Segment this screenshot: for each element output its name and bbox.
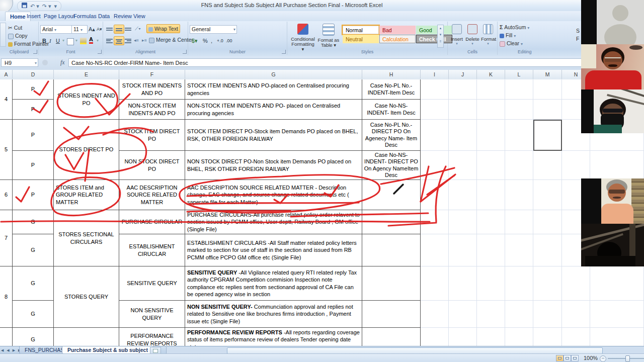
empty-cell[interactable] bbox=[533, 234, 562, 266]
tab-view[interactable]: View bbox=[129, 12, 150, 21]
formula-input[interactable]: Case No-NS-RC Order-FIRM Name- Item Desc bbox=[68, 58, 644, 67]
name-box-dropdown-icon[interactable]: ▾ bbox=[35, 59, 37, 67]
wrap-text-button[interactable]: Wrap Text bbox=[146, 24, 180, 33]
sheet-cell[interactable]: SENSITIVE QUERY -All Vigilance related q… bbox=[185, 266, 362, 301]
cell-style-calculation[interactable]: Calculation bbox=[379, 35, 416, 43]
align-middle-button[interactable] bbox=[114, 25, 124, 34]
align-bottom-button[interactable] bbox=[123, 25, 133, 33]
empty-cell[interactable] bbox=[421, 328, 449, 346]
empty-cell[interactable] bbox=[505, 120, 533, 151]
empty-cell[interactable] bbox=[590, 151, 644, 180]
sheet-cell[interactable]: 5 bbox=[0, 120, 13, 180]
format-cells-button[interactable]: Format ▾ bbox=[481, 24, 495, 46]
empty-cell[interactable] bbox=[477, 100, 505, 120]
sheet-cell[interactable]: P bbox=[13, 79, 54, 100]
empty-cell[interactable] bbox=[421, 120, 449, 151]
insert-function-button[interactable]: fx bbox=[60, 59, 65, 66]
sheet-cell[interactable]: ESTABLISHMENT CIRCULARS -All Staff matte… bbox=[185, 234, 362, 266]
empty-cell[interactable] bbox=[533, 266, 562, 301]
alignment-dialog-launcher[interactable] bbox=[183, 50, 187, 54]
align-left-button[interactable] bbox=[105, 36, 114, 44]
empty-cell[interactable] bbox=[449, 180, 477, 210]
column-header-F[interactable]: F bbox=[119, 70, 185, 79]
empty-cell[interactable] bbox=[449, 79, 477, 100]
number-format-combo[interactable]: General▾ bbox=[190, 25, 237, 34]
empty-cell[interactable] bbox=[505, 234, 533, 266]
sheet-cell[interactable]: STORES DIRECT PO bbox=[54, 120, 119, 180]
empty-cell[interactable] bbox=[421, 210, 449, 234]
sheet-cell[interactable]: Case No-PL No.- INDENT-Item Desc bbox=[362, 79, 421, 100]
font-color-button[interactable]: A bbox=[89, 37, 93, 44]
empty-cell[interactable] bbox=[562, 151, 590, 180]
copy-button[interactable]: Copy bbox=[8, 33, 27, 39]
empty-cell[interactable] bbox=[477, 328, 505, 346]
orientation-button[interactable]: ⟋▾ bbox=[133, 25, 142, 33]
empty-cell[interactable] bbox=[449, 328, 477, 346]
cut-button[interactable]: ✂ Cut bbox=[8, 25, 22, 31]
sheet-cell[interactable]: ESTABLISHMENT CIRUCLAR bbox=[119, 234, 185, 266]
empty-cell[interactable] bbox=[533, 79, 562, 100]
empty-cell[interactable] bbox=[505, 151, 533, 180]
empty-cell[interactable] bbox=[505, 100, 533, 120]
empty-cell[interactable] bbox=[421, 79, 449, 100]
empty-cell[interactable] bbox=[533, 210, 562, 234]
decrease-indent-button[interactable]: ◂≡ bbox=[132, 36, 140, 44]
cell-style-good[interactable]: Good bbox=[416, 26, 452, 34]
cell-style-normal[interactable]: Normal bbox=[343, 26, 379, 34]
bold-button[interactable]: B bbox=[41, 37, 48, 45]
sheet-cell[interactable]: G bbox=[13, 210, 54, 234]
video-tile-2[interactable] bbox=[581, 44, 644, 89]
empty-cell[interactable] bbox=[505, 79, 533, 100]
underline-button[interactable]: U bbox=[54, 37, 61, 45]
empty-cell[interactable] bbox=[477, 180, 505, 210]
sheet-cell[interactable]: NON SENSITIVE QUERY bbox=[119, 301, 185, 328]
empty-cell[interactable] bbox=[505, 328, 533, 346]
sheet-cell[interactable]: Case No-NS- INDENT- DIRECT PO On Agency … bbox=[362, 151, 421, 180]
video-tile-1[interactable] bbox=[581, 0, 644, 44]
sheet-cell[interactable]: P bbox=[13, 180, 54, 210]
empty-cell[interactable] bbox=[477, 210, 505, 234]
empty-cell[interactable] bbox=[449, 120, 477, 151]
clipboard-dialog-launcher[interactable] bbox=[33, 50, 37, 54]
format-as-table-button[interactable]: Format asTable ▾ bbox=[316, 24, 341, 48]
column-header-G[interactable]: G bbox=[185, 70, 362, 79]
gallery-scrollbar[interactable]: ▲▼≡ bbox=[437, 25, 444, 48]
percent-button[interactable]: % bbox=[201, 37, 209, 45]
sheet-cell[interactable]: G bbox=[13, 266, 54, 301]
sheet-cell[interactable]: Case No-NS- INDENT- Item Desc bbox=[362, 100, 421, 120]
selected-cell[interactable] bbox=[533, 120, 562, 151]
sheet-cell[interactable]: NON-STOCK ITEM INDENTS AND PO- placed on… bbox=[185, 100, 362, 120]
sheet-cell[interactable]: AAC DESCRIPTION SOURCE RELATED MATTER - … bbox=[185, 180, 362, 210]
empty-cell[interactable] bbox=[562, 266, 590, 301]
column-header-I[interactable]: I bbox=[421, 70, 449, 79]
empty-cell[interactable] bbox=[505, 210, 533, 234]
empty-cell[interactable] bbox=[449, 100, 477, 120]
sheet-cell[interactable]: 8 bbox=[0, 266, 13, 328]
sheet-cell[interactable]: NON STOCK DIRECT PO-Non Stock item Deman… bbox=[185, 151, 362, 180]
sheet-cell[interactable]: STOCK ITEM DIRECT PO bbox=[119, 120, 185, 151]
paste-button-partial[interactable] bbox=[0, 23, 6, 47]
empty-cell[interactable] bbox=[421, 180, 449, 210]
empty-cell[interactable] bbox=[477, 79, 505, 100]
sheet-cell[interactable]: P bbox=[13, 120, 54, 151]
sheet-cell[interactable]: STORES INDENT AND PO bbox=[54, 79, 119, 120]
cell-style-neutral[interactable]: Neutral bbox=[343, 35, 379, 43]
sheet-cell[interactable]: 6 bbox=[0, 180, 13, 210]
column-header-D[interactable]: D bbox=[13, 70, 54, 79]
empty-cell[interactable] bbox=[421, 301, 449, 328]
increase-decimal-button[interactable]: +.0 bbox=[215, 37, 225, 45]
empty-cell[interactable] bbox=[449, 301, 477, 328]
cell-style-bad[interactable]: Bad bbox=[379, 26, 416, 34]
number-dialog-launcher[interactable] bbox=[282, 50, 286, 54]
sheet-cell[interactable]: STORES ITEM and GROUP RELATED MATTER bbox=[54, 180, 119, 210]
empty-cell[interactable] bbox=[477, 120, 505, 151]
page-break-view-button[interactable] bbox=[571, 355, 579, 361]
sheet-cell[interactable]: STOCK ITEM DIRECT PO-Stock item Demands … bbox=[185, 120, 362, 151]
sheet-cell[interactable]: P bbox=[13, 100, 54, 120]
empty-cell[interactable] bbox=[590, 301, 644, 328]
borders-button[interactable] bbox=[67, 38, 74, 45]
decrease-decimal-button[interactable]: .00 bbox=[224, 37, 234, 45]
empty-cell[interactable] bbox=[449, 151, 477, 180]
empty-cell[interactable] bbox=[421, 234, 449, 266]
empty-cell[interactable] bbox=[505, 301, 533, 328]
